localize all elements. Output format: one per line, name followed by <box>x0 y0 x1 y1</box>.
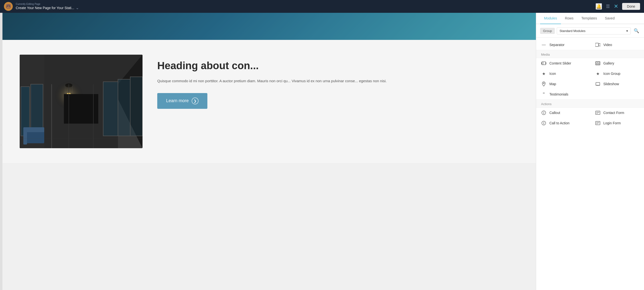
svg-rect-19 <box>24 131 44 143</box>
module-label-video: Video <box>604 43 612 47</box>
content-body: Quisque commodo id mi non porttitor. A a… <box>157 78 516 84</box>
call-to-action-icon <box>541 120 546 126</box>
page-title: Create Your New Page for Your Stati... ⌄ <box>16 6 593 10</box>
arrow-circle-icon: ❯ <box>192 97 198 104</box>
svg-point-37 <box>543 83 544 84</box>
svg-rect-38 <box>596 82 600 85</box>
video-icon <box>595 42 600 48</box>
module-label-contact-form: Contact Form <box>604 111 624 115</box>
text-content: Heading about con... Quisque commodo id … <box>157 55 516 109</box>
module-group-select[interactable]: Standard Modules ▾ <box>557 27 631 35</box>
map-icon <box>541 81 546 87</box>
module-label-map: Map <box>550 82 556 86</box>
icon-group-icon: ★ <box>595 71 600 76</box>
module-row-testimonials: " Testimonials <box>536 89 644 99</box>
module-item-call-to-action[interactable]: Call to Action <box>536 118 590 128</box>
svg-rect-20 <box>24 127 44 132</box>
hero-overlay <box>0 13 536 40</box>
module-label-content-slider: Content Slider <box>550 61 571 65</box>
module-item-testimonials[interactable]: " Testimonials <box>536 89 590 99</box>
editing-label: Currently Editing Page <box>16 3 593 6</box>
module-row-cta-loginform: Call to Action Login Form <box>536 118 644 128</box>
module-label-call-to-action: Call to Action <box>550 121 570 125</box>
svg-rect-36 <box>598 64 600 65</box>
icon-icon: ★ <box>541 71 546 76</box>
module-label-login-form: Login Form <box>604 121 621 125</box>
module-item-gallery[interactable]: Gallery <box>590 58 644 68</box>
panel-tabs: Modules Rows Templates Saved <box>536 13 644 24</box>
content-heading: Heading about con... <box>157 60 516 72</box>
svg-rect-15 <box>118 79 130 136</box>
select-chevron-icon: ▾ <box>626 29 628 33</box>
svg-rect-13 <box>103 82 118 136</box>
tab-modules[interactable]: Modules <box>540 13 561 24</box>
search-button[interactable]: 🔍 <box>633 27 640 35</box>
module-label-callout: Callout <box>550 111 560 115</box>
section-header-media: Media <box>536 50 644 58</box>
top-bar-actions: 🔔 ☰ ✕ Done <box>596 3 640 10</box>
close-button[interactable]: ✕ <box>614 3 618 10</box>
callout-icon <box>541 110 546 115</box>
module-label-separator: Separator <box>550 43 564 47</box>
hero-banner <box>0 13 536 40</box>
svg-rect-17 <box>130 77 142 136</box>
login-form-icon <box>595 120 600 126</box>
module-row-callout-contactform: Callout Contact Form <box>536 108 644 118</box>
modules-list: — Separator Video Media <box>536 38 644 130</box>
svg-rect-21 <box>23 127 27 144</box>
module-label-testimonials: Testimonials <box>550 92 568 96</box>
tab-saved[interactable]: Saved <box>601 13 619 24</box>
content-section: Heading about con... Quisque commodo id … <box>0 40 536 163</box>
group-badge[interactable]: Group <box>540 28 555 34</box>
svg-rect-40 <box>597 85 598 86</box>
module-item-login-form[interactable]: Login Form <box>590 118 644 128</box>
page-canvas: Heading about con... Quisque commodo id … <box>0 13 536 290</box>
done-button[interactable]: Done <box>622 3 640 10</box>
side-panel: ⋮ Modules Rows Templates Saved Group Sta… <box>536 13 644 290</box>
module-item-contact-form[interactable]: Contact Form <box>590 108 644 118</box>
module-label-gallery: Gallery <box>604 61 614 65</box>
module-item-icon[interactable]: ★ Icon <box>536 68 590 79</box>
module-item-callout[interactable]: Callout <box>536 108 590 118</box>
svg-rect-31 <box>546 62 546 64</box>
svg-point-42 <box>544 113 544 114</box>
main-layout: Heading about con... Quisque commodo id … <box>0 13 644 290</box>
svg-rect-35 <box>596 64 598 65</box>
gallery-icon <box>595 61 600 66</box>
module-row-map-slideshow: Map Slideshow <box>536 79 644 89</box>
slideshow-icon <box>595 81 600 87</box>
module-item-separator[interactable]: — Separator <box>536 40 590 50</box>
tab-templates[interactable]: Templates <box>578 13 601 24</box>
module-row-icon-icongroup: ★ Icon ★ Icon Group <box>536 68 644 79</box>
testimonials-icon: " <box>541 92 546 97</box>
app-logo: 🐻 <box>4 2 13 11</box>
module-item-video[interactable]: Video <box>590 40 644 50</box>
module-label-icon: Icon <box>550 72 556 76</box>
svg-rect-30 <box>541 62 542 64</box>
svg-rect-28 <box>542 62 546 65</box>
content-slider-icon <box>541 61 546 66</box>
page-title-area: Currently Editing Page Create Your New P… <box>16 3 593 10</box>
module-item-map[interactable]: Map <box>536 79 590 89</box>
svg-rect-27 <box>595 43 598 47</box>
tab-rows[interactable]: Rows <box>561 13 578 24</box>
module-item-icon-group[interactable]: ★ Icon Group <box>590 68 644 79</box>
module-row-content-slider-gallery: Content Slider Gallery <box>536 58 644 68</box>
svg-point-49 <box>544 123 544 124</box>
top-bar: 🐻 Currently Editing Page Create Your New… <box>0 0 644 13</box>
svg-rect-34 <box>598 62 600 63</box>
learn-more-button[interactable]: Learn more ❯ <box>157 93 208 109</box>
svg-rect-33 <box>596 62 598 63</box>
panel-toolbar: Group Standard Modules ▾ 🔍 <box>536 24 644 38</box>
module-label-slideshow: Slideshow <box>604 82 619 86</box>
module-item-content-slider[interactable]: Content Slider <box>536 58 590 68</box>
module-item-slideshow[interactable]: Slideshow <box>590 79 644 89</box>
office-image <box>20 55 142 148</box>
layout-icon[interactable]: ☰ <box>606 4 610 9</box>
module-row-separator-video: — Separator Video <box>536 40 644 50</box>
notifications-button[interactable]: 🔔 <box>596 3 602 10</box>
separator-icon: — <box>541 42 546 48</box>
chevron-down-icon: ⌄ <box>76 6 79 10</box>
module-label-icon-group: Icon Group <box>604 72 620 76</box>
contact-form-icon <box>595 110 600 115</box>
